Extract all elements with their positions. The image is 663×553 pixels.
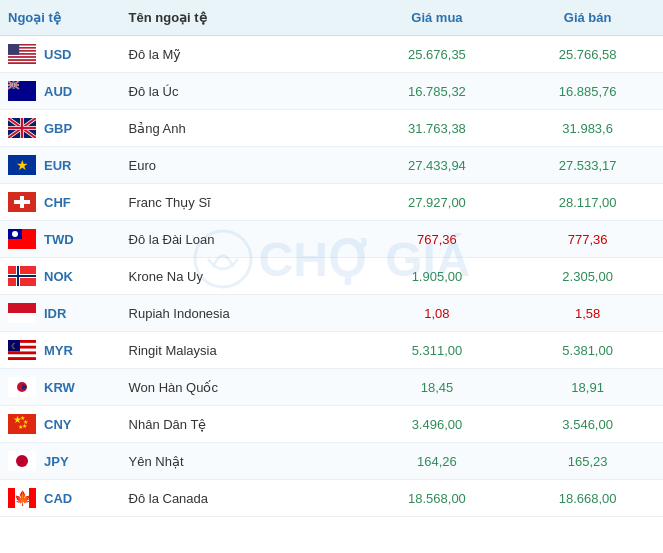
sell-price: 1,58 (512, 295, 663, 332)
svg-rect-49 (8, 313, 36, 323)
currency-name: Đô la Mỹ (121, 36, 362, 73)
table-row: IDR Rupiah Indonesia 1,08 1,58 (0, 295, 663, 332)
header-buy: Giá mua (362, 0, 513, 36)
currency-name: Yên Nhật (121, 443, 362, 480)
buy-price: 31.763,38 (362, 110, 513, 147)
svg-rect-12 (8, 59, 36, 61)
buy-price: 1,08 (362, 295, 513, 332)
flag-gbp (8, 118, 36, 138)
sell-price: 18,91 (512, 369, 663, 406)
svg-point-66 (16, 455, 28, 467)
currency-name: Đô la Canada (121, 480, 362, 517)
flag-nok (8, 266, 36, 286)
header-currency: Ngoại tệ (0, 0, 121, 36)
flag-cad: 🍁 (8, 488, 36, 508)
table-header-row: Ngoại tệ Tên ngoại tệ Giá mua Giá bán (0, 0, 663, 36)
svg-rect-11 (8, 58, 36, 60)
currency-code: JPY (44, 454, 69, 469)
sell-price: 5.381,00 (512, 332, 663, 369)
table-row: JPY Yên Nhật 164,26 165,23 (0, 443, 663, 480)
table-row: TWD Đô la Đài Loan 767,36 777,36 (0, 221, 663, 258)
currency-cell-chf: CHF (0, 184, 121, 221)
table-row: 🍁 CAD Đô la Canada 18.568,00 18.668,00 (0, 480, 663, 517)
currency-cell-aud: AUD (0, 73, 121, 110)
flag-krw (8, 377, 36, 397)
svg-text:★: ★ (16, 157, 29, 173)
currency-cell-gbp: GBP (0, 110, 121, 147)
buy-price: 767,36 (362, 221, 513, 258)
exchange-rate-table: CHỢ GIÁ Ngoại tệ Tên ngoại tệ Giá mua Gi… (0, 0, 663, 517)
currency-code: CHF (44, 195, 71, 210)
currency-cell-eur: ★ EUR (0, 147, 121, 184)
sell-price: 777,36 (512, 221, 663, 258)
flag-myr: ☾ (8, 340, 36, 360)
table-row: USD Đô la Mỹ 25.676,35 25.766,58 (0, 36, 663, 73)
currency-code: CAD (44, 491, 72, 506)
currency-cell-nok: NOK (0, 258, 121, 295)
buy-price: 16.785,32 (362, 73, 513, 110)
svg-rect-48 (8, 303, 36, 313)
buy-price: 5.311,00 (362, 332, 513, 369)
rates-table: Ngoại tệ Tên ngoại tệ Giá mua Giá bán US… (0, 0, 663, 517)
buy-price: 3.496,00 (362, 406, 513, 443)
currency-code: NOK (44, 269, 73, 284)
svg-rect-47 (8, 275, 36, 277)
currency-cell-jpy: JPY (0, 443, 121, 480)
currency-code: USD (44, 47, 71, 62)
svg-text:☾: ☾ (11, 342, 18, 351)
sell-price: 3.546,00 (512, 406, 663, 443)
svg-rect-54 (8, 357, 36, 360)
sell-price: 18.668,00 (512, 480, 663, 517)
currency-name: Đô la Úc (121, 73, 362, 110)
svg-text:★: ★ (18, 424, 23, 430)
flag-twd (8, 229, 36, 249)
currency-cell-idr: IDR (0, 295, 121, 332)
buy-price: 27.433,94 (362, 147, 513, 184)
buy-price: 27.927,00 (362, 184, 513, 221)
currency-name: Rupiah Indonesia (121, 295, 362, 332)
currency-code: CNY (44, 417, 71, 432)
header-name: Tên ngoại tệ (121, 0, 362, 36)
svg-rect-13 (8, 61, 36, 63)
sell-price: 165,23 (512, 443, 663, 480)
svg-rect-15 (8, 44, 19, 55)
currency-cell-twd: TWD (0, 221, 121, 258)
currency-name: Franc Thụy Sĩ (121, 184, 362, 221)
table-row: ☾ MYR Ringit Malaysia 5.311,00 5.381,00 (0, 332, 663, 369)
currency-code: IDR (44, 306, 66, 321)
currency-code: MYR (44, 343, 73, 358)
flag-idr (8, 303, 36, 323)
currency-code: GBP (44, 121, 72, 136)
svg-rect-39 (14, 200, 30, 204)
flag-jpy (8, 451, 36, 471)
table-row: KRW Won Hàn Quốc 18,45 18,91 (0, 369, 663, 406)
sell-price: 27.533,17 (512, 147, 663, 184)
svg-rect-53 (8, 351, 36, 354)
currency-code: EUR (44, 158, 71, 173)
table-row: AUD Đô la Úc 16.785,32 16.885,76 (0, 73, 663, 110)
header-sell: Giá bán (512, 0, 663, 36)
currency-cell-krw: KRW (0, 369, 121, 406)
currency-code: AUD (44, 84, 72, 99)
flag-cny: ★★★★★ (8, 414, 36, 434)
currency-cell-usd: USD (0, 36, 121, 73)
svg-rect-10 (8, 56, 36, 58)
currency-name: Bảng Anh (121, 110, 362, 147)
buy-price: 164,26 (362, 443, 513, 480)
currency-name: Ringit Malaysia (121, 332, 362, 369)
buy-price: 18,45 (362, 369, 513, 406)
svg-rect-9 (8, 55, 36, 57)
currency-name: Đô la Đài Loan (121, 221, 362, 258)
sell-price: 25.766,58 (512, 36, 663, 73)
currency-name: Won Hàn Quốc (121, 369, 362, 406)
svg-point-42 (12, 231, 18, 237)
currency-name: Euro (121, 147, 362, 184)
currency-code: KRW (44, 380, 75, 395)
svg-text:🍁: 🍁 (14, 490, 32, 507)
flag-aud (8, 81, 36, 101)
table-row: ★ EUR Euro 27.433,94 27.533,17 (0, 147, 663, 184)
currency-cell-cny: ★★★★★ CNY (0, 406, 121, 443)
buy-price: 1.905,00 (362, 258, 513, 295)
buy-price: 25.676,35 (362, 36, 513, 73)
currency-cell-cad: 🍁 CAD (0, 480, 121, 517)
